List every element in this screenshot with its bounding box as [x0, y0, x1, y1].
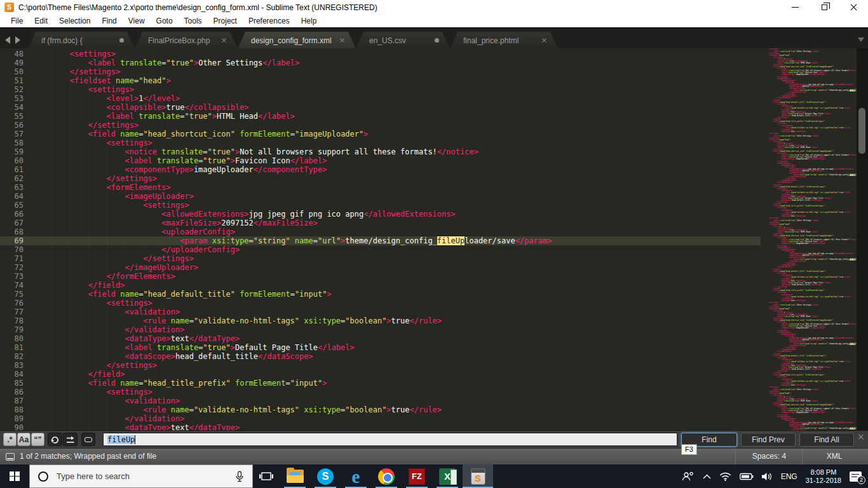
code-line: </settings> — [33, 67, 761, 76]
wifi-icon[interactable] — [719, 472, 731, 481]
line-number: 66 — [0, 210, 25, 219]
code-line: <formElements> — [33, 183, 761, 192]
notification-center-icon[interactable]: 2 — [850, 471, 862, 482]
line-number: 81 — [0, 343, 25, 352]
taskbar-search-box[interactable]: Type here to search — [29, 464, 253, 488]
code-line: <settings> — [33, 388, 761, 396]
code-line: </field> — [33, 370, 761, 379]
taskbar-app-chrome[interactable] — [371, 464, 402, 488]
scrollbar-track[interactable] — [857, 48, 868, 430]
line-number: 49 — [0, 58, 25, 67]
code-line: <field name="head_title_prefix" formElem… — [33, 379, 761, 388]
line-number: 54 — [0, 103, 25, 112]
chevron-up-icon[interactable] — [703, 474, 711, 479]
whole-word-toggle[interactable]: “” — [31, 433, 44, 446]
battery-charging-icon[interactable] — [740, 473, 754, 480]
menu-help[interactable]: Help — [295, 15, 323, 27]
indent-setting[interactable]: Spaces: 4 — [736, 449, 803, 464]
line-number: 82 — [0, 352, 25, 361]
taskbar-app-skype[interactable]: S — [310, 464, 341, 488]
find-prev-button[interactable]: Find Prev — [741, 433, 796, 447]
tab-label: final_price.phtml — [463, 36, 519, 45]
tab-overflow-icon[interactable] — [858, 37, 864, 42]
menu-preferences[interactable]: Preferences — [243, 15, 295, 27]
code-area[interactable]: <settings> <label translate="true">Other… — [761, 48, 857, 132]
restore-button[interactable] — [810, 0, 839, 15]
scrollbar-thumb[interactable] — [858, 108, 865, 154]
code-area[interactable]: <settings> <label translate="true">Other… — [761, 217, 857, 301]
tab-label: FinalPriceBox.php — [148, 36, 210, 45]
line-number: 77 — [0, 308, 25, 316]
language-indicator[interactable]: ENG — [781, 472, 797, 481]
minimize-button[interactable] — [780, 0, 810, 15]
code-line: </imageUploader> — [33, 263, 761, 272]
tab-final-price.phtml[interactable]: final_price.phtml — [450, 32, 558, 49]
line-number: 62 — [0, 174, 25, 183]
menu-selection[interactable]: Selection — [53, 15, 96, 27]
people-icon[interactable] — [682, 471, 695, 482]
modified-dot-icon[interactable] — [119, 38, 124, 43]
find-panel-close-icon[interactable] — [858, 433, 864, 440]
shortcut-tooltip: F3 — [681, 444, 697, 455]
modified-dot-icon[interactable] — [435, 38, 439, 43]
case-sensitive-toggle[interactable]: Aa — [17, 433, 31, 446]
line-number: 68 — [0, 227, 25, 236]
menu-project[interactable]: Project — [208, 15, 243, 27]
task-view-button[interactable] — [253, 464, 280, 488]
taskbar-app-file-explorer[interactable] — [280, 464, 310, 488]
tab-close-icon[interactable] — [541, 37, 547, 43]
find-all-button[interactable]: Find All — [799, 433, 854, 447]
line-number: 59 — [0, 147, 25, 156]
tab-nav-back-icon[interactable] — [5, 36, 10, 44]
tab-bar: if (frm.doc) {FinalPriceBox.phpdesign_co… — [0, 27, 868, 48]
syntax-mode[interactable]: XML — [803, 449, 866, 464]
window-title: C:\porto\Theme Files\Magento 2.x\porto t… — [18, 3, 377, 12]
clock[interactable]: 8:08 PM 31-12-2018 — [806, 468, 841, 485]
menu-find[interactable]: Find — [96, 15, 122, 27]
taskbar-app-sublime-text[interactable]: S — [463, 464, 493, 488]
tab-en-US.csv[interactable]: en_US.csv — [356, 32, 450, 49]
code-line: <param xsi:type="string" name="url">them… — [33, 236, 761, 245]
menu-edit[interactable]: Edit — [29, 15, 53, 27]
menu-goto[interactable]: Goto — [151, 15, 179, 27]
tab-close-icon[interactable] — [339, 37, 345, 43]
taskbar-app-edge[interactable]: e — [341, 464, 371, 488]
find-input[interactable]: fileUp — [103, 433, 677, 446]
line-number: 55 — [0, 112, 25, 121]
menu-bar: FileEditSelectionFindViewGotoToolsProjec… — [0, 15, 868, 27]
close-button[interactable] — [839, 0, 868, 15]
minimap[interactable]: <settings> <label translate="true">Other… — [761, 48, 857, 430]
code-area[interactable]: <settings> <label translate="true">Other… — [761, 302, 857, 386]
tab-nav-forward-icon[interactable] — [15, 36, 20, 44]
taskbar-app-excel[interactable]: X — [432, 464, 463, 488]
tab-FinalPriceBox.php[interactable]: FinalPriceBox.php — [135, 32, 238, 49]
code-area[interactable]: <settings> <label translate="true">Other… — [761, 386, 857, 430]
regex-toggle[interactable]: .* — [3, 433, 17, 446]
menu-file[interactable]: File — [5, 15, 29, 27]
code-line: <componentType>imageUploader</componentT… — [33, 165, 761, 174]
tab-design-config-form.xml[interactable]: design_config_form.xml — [238, 32, 356, 49]
wrap-toggle[interactable] — [48, 433, 62, 446]
tab-close-icon[interactable] — [221, 37, 227, 43]
date: 31-12-2018 — [806, 477, 841, 485]
panel-toggle-icon[interactable] — [6, 453, 15, 461]
in-selection-toggle[interactable] — [63, 433, 78, 446]
find-query-text: fileUp — [107, 435, 135, 444]
menu-tools[interactable]: Tools — [179, 15, 208, 27]
highlight-matches-toggle[interactable] — [81, 433, 95, 446]
line-number: 83 — [0, 361, 25, 370]
taskbar-app-filezilla[interactable]: FZ — [402, 464, 432, 488]
volume-icon[interactable] — [762, 472, 773, 481]
code-editor[interactable]: 4849505152535455565758596061626364656667… — [0, 48, 868, 430]
line-number: 73 — [0, 272, 25, 281]
code-area[interactable]: <settings> <label translate="true">Other… — [761, 133, 857, 217]
file-explorer-icon — [287, 470, 304, 483]
tab-if-frm.doc-[interactable]: if (frm.doc) { — [28, 32, 135, 49]
menu-view[interactable]: View — [123, 15, 151, 27]
line-number: 78 — [0, 316, 25, 325]
search-match-highlight: fileUp — [437, 236, 465, 245]
start-button[interactable] — [0, 464, 29, 488]
line-number-gutter: 4849505152535455565758596061626364656667… — [0, 50, 25, 430]
microphone-icon[interactable] — [235, 471, 244, 482]
code-area[interactable]: <settings> <label translate="true">Other… — [33, 50, 761, 430]
